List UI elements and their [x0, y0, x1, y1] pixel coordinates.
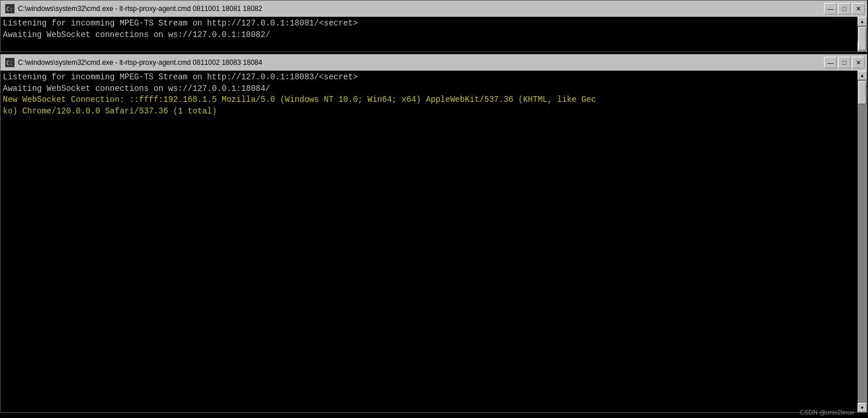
window-2-title: C:\windows\system32\cmd.exe - lt-rtsp-pr… [18, 58, 862, 67]
svg-text:C:: C: [6, 6, 13, 12]
console-line-2-2: Awaiting WebSocket connections on ws://1… [3, 83, 855, 95]
scrollbar-1[interactable]: ▲ ▼ [858, 17, 867, 52]
scroll-track-1[interactable] [858, 26, 867, 42]
scroll-thumb-1[interactable] [858, 27, 866, 50]
scroll-down-2[interactable]: ▼ [858, 403, 867, 412]
watermark: CSDN @unix2linux [800, 409, 854, 416]
scrollbar-2[interactable]: ▲ ▼ [858, 71, 867, 412]
window-2-controls: — □ ✕ [824, 57, 865, 68]
console-line-1-2: Awaiting WebSocket connections on ws://1… [3, 30, 855, 41]
maximize-btn-1[interactable]: □ [838, 3, 851, 14]
console-line-1-1: Listening for incomming MPEG-TS Stream o… [3, 18, 855, 30]
minimize-btn-1[interactable]: — [824, 3, 837, 14]
window-1-title: C:\windows\system32\cmd.exe - lt-rtsp-pr… [18, 5, 862, 13]
minimize-btn-2[interactable]: — [824, 57, 837, 68]
console-output-1: Listening for incomming MPEG-TS Stream o… [1, 17, 867, 42]
scroll-up-1[interactable]: ▲ [858, 17, 867, 26]
scroll-track-2[interactable] [858, 80, 867, 403]
svg-text:C:: C: [6, 60, 13, 66]
cmd-icon-1: C: [5, 4, 14, 13]
window-1-controls: — □ ✕ [824, 3, 865, 14]
close-btn-1[interactable]: ✕ [852, 3, 865, 14]
console-line-2-4: ko) Chrome/120.0.0.0 Safari/537.36 (1 to… [3, 106, 855, 118]
close-btn-2[interactable]: ✕ [852, 57, 865, 68]
console-line-2-3: New WebSocket Connection: ::ffff:192.168… [3, 94, 855, 106]
console-line-2-1: Listening for incomming MPEG-TS Stream o… [3, 72, 855, 83]
scroll-up-2[interactable]: ▲ [858, 71, 867, 80]
console-output-2: Listening for incomming MPEG-TS Stream o… [1, 71, 867, 118]
cmd-icon-2: C: [5, 58, 14, 67]
title-bar-1: C: C:\windows\system32\cmd.exe - lt-rtsp… [1, 1, 867, 17]
cmd-window-2: C: C:\windows\system32\cmd.exe - lt-rtsp… [0, 54, 867, 413]
cmd-window-1: C: C:\windows\system32\cmd.exe - lt-rtsp… [0, 0, 867, 52]
title-bar-2: C: C:\windows\system32\cmd.exe - lt-rtsp… [1, 54, 867, 71]
maximize-btn-2[interactable]: □ [838, 57, 851, 68]
scroll-thumb-2[interactable] [858, 81, 866, 104]
